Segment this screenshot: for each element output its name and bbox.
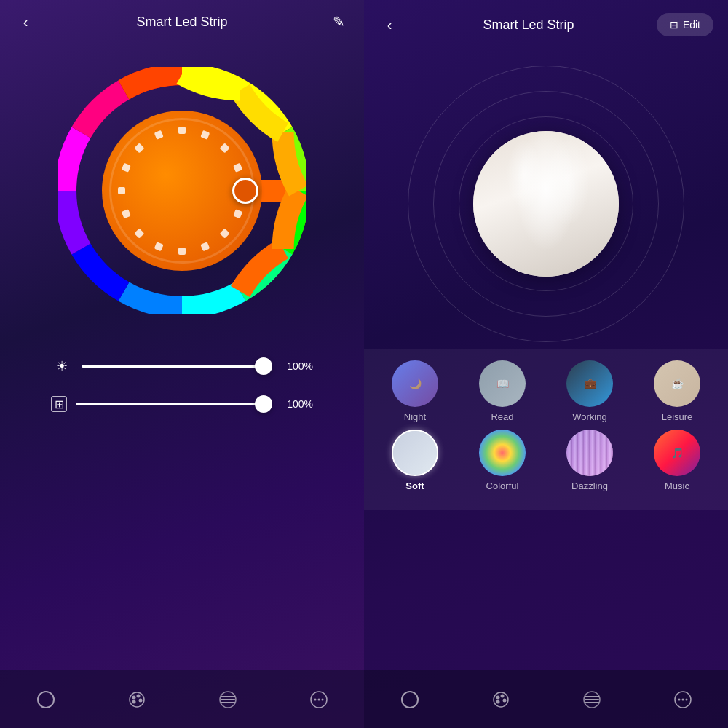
scene-night[interactable]: 🌙 Night: [379, 360, 451, 422]
scene-visual: [408, 66, 684, 342]
scene-label-colorful: Colorful: [486, 480, 519, 491]
left-nav-menu[interactable]: [212, 684, 244, 716]
scene-thumb-music: 🎵: [654, 430, 700, 476]
edit-button[interactable]: ⊟ Edit: [657, 13, 713, 36]
right-nav-more[interactable]: [667, 684, 699, 716]
thumb-read-overlay: 📖: [479, 360, 526, 407]
color-wheel[interactable]: [58, 67, 306, 314]
left-nav-power[interactable]: [30, 684, 62, 716]
left-title: Smart Led Strip: [36, 15, 328, 30]
svg-point-42: [678, 698, 680, 700]
svg-rect-4: [233, 163, 242, 173]
left-nav-more[interactable]: [303, 684, 335, 716]
svg-rect-12: [122, 209, 131, 218]
svg-point-22: [132, 700, 135, 703]
svg-point-34: [500, 694, 504, 697]
svg-point-21: [138, 698, 142, 702]
left-nav-palette[interactable]: [121, 684, 153, 716]
brightness-icon: ☀: [51, 358, 73, 374]
scene-thumb-colorful: [479, 430, 526, 476]
svg-point-29: [317, 698, 320, 700]
svg-point-36: [496, 700, 499, 703]
svg-rect-6: [233, 209, 242, 218]
left-panel: ‹ Smart Led Strip ✎: [0, 0, 364, 728]
sliders-container: ☀ 100% ⊞ 100%: [44, 358, 320, 434]
scene-dazzling[interactable]: Dazzling: [553, 430, 626, 491]
left-bottom-nav: [0, 670, 364, 728]
svg-rect-1: [178, 127, 186, 134]
scene-label-leisure: Leisure: [662, 411, 693, 422]
svg-point-28: [314, 698, 316, 700]
thumb-working-overlay: 💼: [566, 360, 613, 407]
scene-leisure[interactable]: ☕ Leisure: [641, 360, 713, 422]
contrast-thumb[interactable]: [255, 395, 272, 413]
scene-thumb-working: 💼: [566, 360, 613, 407]
scene-music[interactable]: 🎵 Music: [641, 430, 713, 491]
thumb-soft-overlay: [393, 431, 437, 475]
color-disc: [102, 111, 262, 271]
right-back-button[interactable]: ‹: [379, 17, 400, 33]
svg-rect-2: [200, 130, 210, 140]
scene-thumb-dazzling: [566, 430, 613, 476]
scene-grid: 🌙 Night 📖 Read 💼 Working ☕ Lei: [364, 349, 728, 510]
brightness-thumb[interactable]: [255, 357, 272, 375]
scene-label-night: Night: [404, 411, 426, 422]
brightness-track[interactable]: [82, 365, 272, 368]
brightness-slider-row: ☀ 100%: [51, 358, 313, 374]
svg-point-30: [321, 698, 323, 700]
dot-ring: [113, 122, 251, 260]
scene-thumb-leisure: ☕: [654, 360, 700, 407]
right-panel: ‹ Smart Led Strip ⊟ Edit 🌙 Night 📖: [364, 0, 728, 728]
svg-rect-3: [220, 143, 230, 153]
scene-label-soft: Soft: [405, 480, 424, 491]
scene-label-read: Read: [491, 411, 513, 422]
scene-soft[interactable]: Soft: [379, 430, 451, 491]
svg-point-43: [681, 698, 684, 700]
svg-rect-11: [134, 229, 144, 239]
svg-rect-10: [154, 242, 164, 251]
svg-rect-16: [154, 130, 164, 140]
contrast-track[interactable]: [76, 403, 272, 405]
feather-image: [473, 131, 619, 277]
edit-icon: ⊟: [670, 19, 678, 31]
scene-row-1: 🌙 Night 📖 Read 💼 Working ☕ Lei: [371, 360, 721, 422]
thumb-leisure-overlay: ☕: [654, 360, 700, 407]
svg-point-19: [132, 695, 135, 699]
right-nav-palette[interactable]: [485, 684, 517, 716]
scene-thumb-soft: [392, 430, 438, 476]
svg-point-33: [496, 695, 499, 699]
svg-rect-8: [200, 242, 210, 251]
scene-colorful[interactable]: Colorful: [466, 430, 539, 491]
svg-point-20: [136, 694, 140, 697]
svg-point-44: [685, 698, 687, 700]
right-nav-power[interactable]: [394, 684, 426, 716]
right-title: Smart Led Strip: [400, 17, 657, 33]
left-edit-button[interactable]: ✎: [328, 13, 349, 31]
scene-working[interactable]: 💼 Working: [553, 360, 626, 422]
inner-ring: [109, 118, 255, 264]
scene-row-2: Soft Colorful Dazzling 🎵 Music: [371, 430, 721, 491]
scene-read[interactable]: 📖 Read: [466, 360, 539, 422]
thumb-music-overlay: 🎵: [654, 430, 700, 476]
left-back-button[interactable]: ‹: [15, 14, 36, 31]
svg-point-35: [502, 698, 506, 702]
thumb-dazzling-overlay: [566, 430, 613, 476]
svg-rect-13: [118, 187, 125, 194]
brightness-fill: [82, 365, 272, 368]
right-header: ‹ Smart Led Strip ⊟ Edit: [364, 0, 728, 44]
brightness-value: 100%: [280, 360, 313, 372]
right-nav-menu[interactable]: [576, 684, 608, 716]
right-bottom-nav: [364, 670, 728, 728]
color-wheel-handle[interactable]: [232, 178, 258, 204]
svg-point-17: [38, 692, 54, 708]
svg-rect-7: [220, 229, 230, 239]
contrast-slider-row: ⊞ 100%: [51, 396, 313, 412]
thumb-night-overlay: 🌙: [392, 360, 438, 407]
contrast-icon: ⊞: [51, 396, 67, 412]
scene-thumb-read: 📖: [479, 360, 526, 407]
scene-label-music: Music: [665, 480, 689, 491]
svg-rect-14: [122, 163, 131, 173]
contrast-fill: [76, 403, 272, 405]
svg-rect-15: [134, 143, 144, 153]
left-header: ‹ Smart Led Strip ✎: [0, 0, 364, 38]
